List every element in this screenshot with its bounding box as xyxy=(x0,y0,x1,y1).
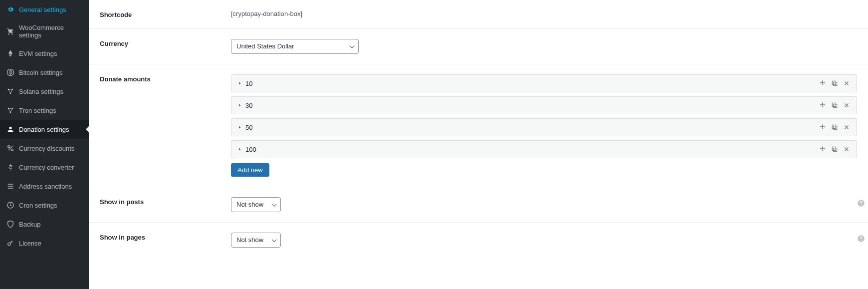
sidebar-item-donation[interactable]: Donation settings xyxy=(0,120,89,139)
sidebar-item-discounts[interactable]: Currency discounts xyxy=(0,139,89,158)
cart-icon xyxy=(6,27,15,36)
donate-icon xyxy=(6,125,15,134)
network-icon xyxy=(6,87,15,96)
field-row-show-in-posts: Show in posts Not show xyxy=(89,187,868,223)
sidebar-item-license[interactable]: License xyxy=(0,234,89,253)
move-icon[interactable] xyxy=(819,101,827,109)
field-label: Shortcode xyxy=(100,11,132,18)
svg-rect-12 xyxy=(832,81,836,84)
svg-point-0 xyxy=(7,69,13,75)
sidebar-item-general[interactable]: General settings xyxy=(0,0,89,19)
shortcode-value: [cryptopay-donation-box] xyxy=(231,10,302,17)
move-icon[interactable] xyxy=(819,79,827,87)
svg-point-7 xyxy=(8,146,10,148)
settings-form: Shortcode [cryptopay-donation-box] Curre… xyxy=(89,0,868,289)
amount-value: 10 xyxy=(245,80,252,87)
donate-amount-list: 10 30 xyxy=(231,74,857,158)
percent-icon xyxy=(6,144,15,153)
donate-amount-item[interactable]: 30 xyxy=(231,96,857,114)
chevron-right-icon xyxy=(237,125,242,130)
sidebar-item-label: General settings xyxy=(19,6,83,13)
bitcoin-icon xyxy=(6,68,15,77)
svg-rect-15 xyxy=(834,126,837,130)
move-icon[interactable] xyxy=(819,145,827,153)
svg-rect-17 xyxy=(834,148,837,152)
currency-select[interactable]: United States Dollar xyxy=(231,39,359,54)
sidebar-item-label: Address sanctions xyxy=(19,183,83,190)
field-label: Show in pages xyxy=(100,234,145,241)
sidebar-item-solana[interactable]: Solana settings xyxy=(0,82,89,101)
svg-rect-11 xyxy=(834,82,837,86)
sidebar-item-bitcoin[interactable]: Bitcoin settings xyxy=(0,63,89,82)
chevron-right-icon xyxy=(237,103,242,108)
remove-icon[interactable] xyxy=(843,145,851,153)
sidebar-item-label: Donation settings xyxy=(19,126,83,133)
sidebar-item-label: WooCommerce settings xyxy=(19,24,83,39)
sidebar-item-woocommerce[interactable]: WooCommerce settings xyxy=(0,19,89,44)
remove-icon[interactable] xyxy=(843,79,851,87)
svg-rect-14 xyxy=(832,103,836,106)
help-icon[interactable] xyxy=(857,235,865,243)
key-icon xyxy=(6,239,15,248)
svg-point-8 xyxy=(11,149,13,151)
shield-icon xyxy=(6,220,15,229)
sidebar-item-label: License xyxy=(19,240,83,247)
duplicate-icon[interactable] xyxy=(831,79,839,87)
amount-value: 30 xyxy=(245,102,252,109)
duplicate-icon[interactable] xyxy=(831,101,839,109)
help-icon[interactable] xyxy=(857,199,865,207)
duplicate-icon[interactable] xyxy=(831,123,839,131)
sidebar-item-label: EVM settings xyxy=(19,50,83,57)
settings-sidebar: General settings WooCommerce settings EV… xyxy=(0,0,89,289)
show-in-pages-select[interactable]: Not show xyxy=(231,233,281,248)
sidebar-item-tron[interactable]: Tron settings xyxy=(0,101,89,120)
field-label: Currency xyxy=(100,40,128,47)
donate-amount-item[interactable]: 10 xyxy=(231,74,857,92)
field-row-shortcode: Shortcode [cryptopay-donation-box] xyxy=(89,0,868,29)
show-in-posts-select[interactable]: Not show xyxy=(231,197,281,212)
sidebar-item-label: Currency converter xyxy=(19,164,83,171)
amount-value: 100 xyxy=(245,146,256,153)
remove-icon[interactable] xyxy=(843,123,851,131)
svg-point-10 xyxy=(8,243,10,245)
amount-value: 50 xyxy=(245,124,252,131)
sidebar-item-label: Solana settings xyxy=(19,88,83,95)
list-icon xyxy=(6,182,15,191)
chevron-right-icon xyxy=(237,81,242,86)
donate-amount-item[interactable]: 100 xyxy=(231,140,857,158)
donate-amount-item[interactable]: 50 xyxy=(231,118,857,136)
sidebar-item-backup[interactable]: Backup xyxy=(0,215,89,234)
field-label: Donate amounts xyxy=(100,75,151,83)
sidebar-item-label: Tron settings xyxy=(19,107,83,114)
sidebar-item-evm[interactable]: EVM settings xyxy=(0,44,89,63)
duplicate-icon[interactable] xyxy=(831,145,839,153)
svg-rect-16 xyxy=(832,125,836,128)
gear-icon xyxy=(6,5,15,14)
move-icon[interactable] xyxy=(819,123,827,131)
sidebar-item-label: Backup xyxy=(19,221,83,228)
svg-rect-13 xyxy=(834,104,837,108)
field-row-donate-amounts: Donate amounts 10 xyxy=(89,64,868,187)
clock-icon xyxy=(6,201,15,210)
remove-icon[interactable] xyxy=(843,101,851,109)
sidebar-item-label: Bitcoin settings xyxy=(19,69,83,76)
field-label: Show in posts xyxy=(100,198,144,206)
sidebar-item-converter[interactable]: Currency converter xyxy=(0,158,89,177)
chevron-right-icon xyxy=(237,147,242,152)
sidebar-item-label: Currency discounts xyxy=(19,145,83,152)
eth-icon xyxy=(6,49,15,58)
sidebar-item-cron[interactable]: Cron settings xyxy=(0,196,89,215)
svg-rect-18 xyxy=(832,147,836,150)
sidebar-item-sanctions[interactable]: Address sanctions xyxy=(0,177,89,196)
field-row-currency: Currency United States Dollar xyxy=(89,29,868,64)
sidebar-item-label: Cron settings xyxy=(19,202,83,209)
network-icon xyxy=(6,106,15,115)
dollar-icon xyxy=(6,163,15,172)
add-new-button[interactable]: Add new xyxy=(231,163,269,177)
field-row-show-in-pages: Show in pages Not show xyxy=(89,223,868,258)
